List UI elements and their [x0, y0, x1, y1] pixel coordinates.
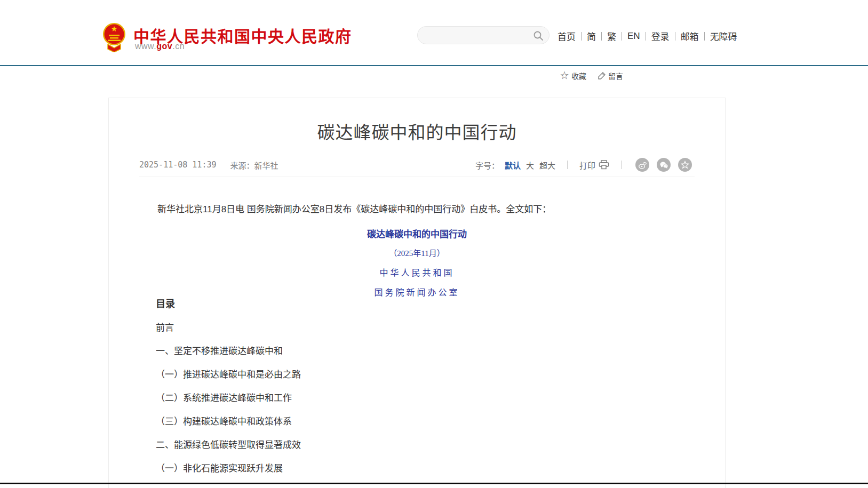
publish-datetime: 2025-11-08 11:39: [139, 160, 217, 170]
font-size-xlarge[interactable]: 超大: [539, 159, 555, 171]
document-heading-block: 碳达峰碳中和的中国行动 （2025年11月） 中华人民共和国 国务院新闻办公室: [109, 227, 725, 305]
url-www: www.: [135, 42, 156, 51]
nav-login[interactable]: 登录: [646, 29, 675, 43]
nav-english[interactable]: EN: [622, 31, 646, 42]
share-wechat-button[interactable]: [657, 158, 671, 172]
national-emblem-logo[interactable]: [102, 21, 126, 52]
article-card: 碳达峰碳中和的中国行动 2025-11-08 11:39 来源：新华社 字号： …: [108, 98, 726, 488]
page-actions: ☆ 收藏 留言: [560, 70, 623, 81]
document-date: （2025年11月）: [109, 247, 725, 258]
nav-mail[interactable]: 邮箱: [675, 29, 704, 43]
toc-item-preface: 前言: [156, 323, 301, 333]
toc-item-1-2: （二）系统推进碳达峰碳中和工作: [156, 394, 301, 403]
site-url[interactable]: www.gov.cn: [135, 42, 185, 51]
meta-divider: [139, 177, 695, 177]
table-of-contents: 目录 前言 一、坚定不移推进碳达峰碳中和 （一）推进碳达峰碳中和是必由之路 （二…: [156, 296, 301, 487]
url-cn: .cn: [172, 42, 185, 51]
search-box: [417, 26, 550, 44]
toc-item-1: 一、坚定不移推进碳达峰碳中和: [156, 347, 301, 356]
meta-left: 2025-11-08 11:39 来源：新华社: [139, 159, 278, 171]
message-label: 留言: [608, 70, 623, 81]
article-meta-row: 2025-11-08 11:39 来源：新华社 字号： 默认 大 超大 打印: [139, 158, 692, 172]
weibo-icon: [638, 161, 647, 170]
font-size-large[interactable]: 大: [526, 159, 534, 171]
favorite-button[interactable]: ☆ 收藏: [560, 70, 586, 81]
pen-icon: [598, 72, 606, 79]
star-share-icon: [681, 161, 689, 169]
nav-simplified[interactable]: 简: [582, 29, 601, 43]
toc-item-2-1: （一）非化石能源实现跃升发展: [156, 464, 301, 474]
print-button[interactable]: 打印: [579, 159, 609, 171]
meta-separator: [567, 161, 568, 169]
source-value: 新华社: [254, 162, 278, 170]
share-favorite-button[interactable]: [678, 158, 692, 172]
favorite-label: 收藏: [571, 70, 586, 81]
top-nav: 首页 简 繁 EN 登录 邮箱 无障碍: [558, 29, 743, 43]
font-size-default[interactable]: 默认: [505, 159, 521, 171]
nav-accessibility[interactable]: 无障碍: [705, 29, 743, 43]
star-icon: ☆: [560, 71, 569, 80]
meta-separator: [621, 161, 622, 169]
share-weibo-button[interactable]: [635, 158, 649, 172]
font-size-label: 字号：: [475, 159, 499, 171]
document-org-line1: 中华人民共和国: [109, 266, 725, 278]
nav-home[interactable]: 首页: [558, 29, 581, 43]
document-title: 碳达峰碳中和的中国行动: [109, 227, 725, 240]
window-bottom-edge: [0, 483, 868, 484]
search-icon[interactable]: [533, 30, 544, 41]
meta-right: 字号： 默认 大 超大 打印: [475, 158, 692, 172]
nav-traditional[interactable]: 繁: [602, 29, 622, 43]
source: 来源：新华社: [230, 159, 278, 171]
header-divider: [0, 65, 868, 66]
search-input[interactable]: [418, 27, 530, 44]
message-button[interactable]: 留言: [598, 70, 623, 81]
source-label: 来源：: [230, 162, 254, 170]
url-gov: gov: [156, 42, 172, 51]
toc-item-1-1: （一）推进碳达峰碳中和是必由之路: [156, 370, 301, 380]
print-label: 打印: [579, 159, 595, 171]
toc-item-1-3: （三）构建碳达峰碳中和政策体系: [156, 417, 301, 427]
article-title: 碳达峰碳中和的中国行动: [109, 118, 725, 144]
toc-item-2: 二、能源绿色低碳转型取得显著成效: [156, 441, 301, 450]
printer-icon: [599, 160, 609, 170]
wechat-icon: [659, 161, 668, 170]
toc-heading: 目录: [156, 296, 301, 310]
site-header: 中华人民共和国中央人民政府 www.gov.cn 首页 简 繁 EN 登录 邮箱…: [0, 0, 868, 65]
lead-paragraph: 新华社北京11月8日电 国务院新闻办公室8日发布《碳达峰碳中和的中国行动》白皮书…: [139, 203, 695, 217]
